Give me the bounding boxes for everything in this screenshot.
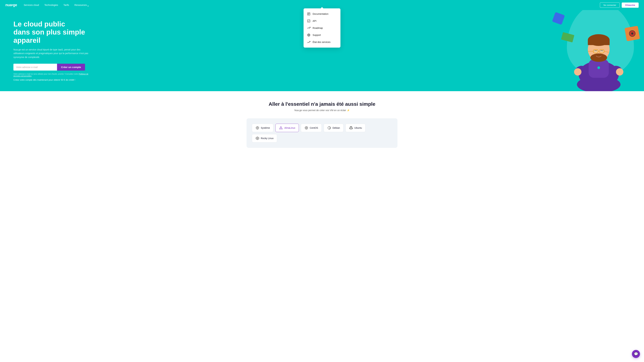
nav-ressources[interactable]: Ressources bbox=[74, 4, 89, 6]
roadmap-icon bbox=[307, 26, 310, 30]
nav-services-cloud[interactable]: Services cloud bbox=[24, 4, 39, 6]
almalinux-icon bbox=[279, 126, 283, 130]
hero-form: Créer un compte bbox=[14, 64, 90, 70]
email-input[interactable] bbox=[14, 64, 57, 70]
svg-line-46 bbox=[351, 127, 352, 128]
svg-marker-39 bbox=[280, 127, 282, 129]
hero-privacy-text: Votre adresse e-mail ne sera utilisée po… bbox=[14, 73, 90, 77]
os-tab-debian[interactable]: Debian bbox=[324, 124, 344, 132]
rocky-linux-icon bbox=[256, 136, 260, 140]
hero-credit: Créez votre compte dès maintenant pour o… bbox=[14, 79, 90, 81]
documentation-icon bbox=[307, 12, 310, 16]
lower-section: Aller à l'essentiel n'a jamais été aussi… bbox=[0, 91, 644, 158]
svg-point-44 bbox=[352, 128, 352, 129]
svg-rect-27 bbox=[593, 50, 598, 53]
centos-icon bbox=[304, 126, 308, 130]
hero-character bbox=[570, 11, 627, 91]
dropdown-item-documentation[interactable]: Documentation bbox=[304, 10, 340, 17]
systeme-icon bbox=[256, 126, 260, 130]
dropdown-item-api[interactable]: API bbox=[304, 17, 340, 24]
os-tab-rocky-linux[interactable]: Rocky Linux bbox=[252, 134, 277, 142]
os-tab-ubuntu[interactable]: Ubuntu bbox=[346, 124, 366, 132]
dropdown-arrow bbox=[321, 7, 323, 8]
ubuntu-icon bbox=[349, 126, 353, 130]
svg-line-47 bbox=[350, 127, 351, 128]
svg-point-17 bbox=[574, 68, 582, 76]
svg-point-33 bbox=[257, 127, 258, 128]
os-tab-systeme[interactable]: Système bbox=[252, 124, 273, 132]
svg-point-21 bbox=[598, 66, 600, 69]
hero-description: Nua.ge est un service cloud épuré de typ… bbox=[14, 48, 90, 59]
create-account-button[interactable]: Créer un compte bbox=[57, 64, 85, 70]
logo[interactable]: nua•ge bbox=[5, 3, 17, 7]
svg-rect-25 bbox=[588, 40, 610, 45]
etat-services-icon bbox=[307, 40, 310, 44]
nav-actions: Se connecter S'inscrire bbox=[600, 2, 639, 8]
api-icon bbox=[307, 19, 310, 23]
os-tabs-container: Système AlmaLinux bbox=[246, 118, 398, 148]
signup-button[interactable]: S'inscrire bbox=[622, 2, 639, 8]
floating-blue-square bbox=[552, 12, 565, 25]
svg-rect-4 bbox=[308, 20, 310, 22]
hero-content: Le cloud publicdans son plus simple appa… bbox=[0, 10, 104, 91]
svg-point-5 bbox=[310, 27, 310, 27]
dropdown-item-roadmap[interactable]: Roadmap bbox=[304, 24, 340, 31]
ressources-dropdown: Documentation API Roadmap bbox=[304, 8, 340, 48]
os-tab-almalinux[interactable]: AlmaLinux bbox=[276, 124, 299, 132]
chevron-down-icon bbox=[88, 4, 89, 5]
lower-title: Aller à l'essentiel n'a jamais été aussi… bbox=[5, 101, 639, 107]
lower-subtitle: Nua.ge vous permet de créer vos VM en un… bbox=[5, 109, 639, 112]
nav-tarifs[interactable]: Tarifs bbox=[64, 4, 69, 6]
support-icon bbox=[307, 33, 310, 37]
dropdown-item-support[interactable]: Support bbox=[304, 31, 340, 38]
svg-point-43 bbox=[351, 126, 351, 127]
login-button[interactable]: Se connecter bbox=[600, 2, 620, 8]
nav-links: Services cloud Technologies Tarifs Resso… bbox=[24, 4, 600, 6]
os-tab-centos[interactable]: CentOS bbox=[301, 124, 322, 132]
hero-title: Le cloud publicdans son plus simple appa… bbox=[14, 20, 90, 44]
hero-illustration bbox=[290, 0, 644, 91]
svg-point-19 bbox=[616, 68, 623, 76]
os-tabs: Système AlmaLinux bbox=[252, 124, 392, 142]
svg-point-7 bbox=[308, 34, 310, 36]
nav-technologies[interactable]: Technologies bbox=[44, 4, 58, 6]
svg-point-26 bbox=[590, 53, 607, 62]
dropdown-item-etat-services[interactable]: État des services bbox=[304, 38, 340, 45]
debian-icon bbox=[327, 126, 331, 130]
svg-point-45 bbox=[350, 128, 350, 129]
svg-rect-28 bbox=[600, 50, 604, 53]
